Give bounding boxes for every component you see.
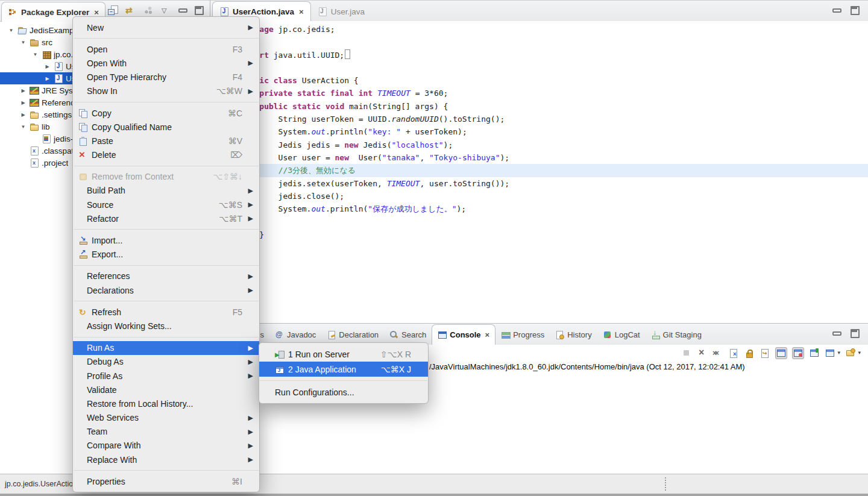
link-with-editor-icon[interactable] xyxy=(125,5,136,16)
code-line: //3分後、無効になる xyxy=(210,164,868,177)
code-line: User user = new User("tanaka", "Tokyo-sh… xyxy=(210,151,868,164)
menu-item-restore-from-local-history[interactable]: Restore from Local History... xyxy=(73,397,259,410)
tab-progress[interactable]: Progress xyxy=(495,325,550,345)
collapsed-twisty-icon[interactable]: ▶ xyxy=(43,76,51,81)
menu-item-source[interactable]: Source⌥⌘S▶ xyxy=(73,198,259,212)
menu-item-2-java-application[interactable]: 2 Java Application⌥⌘X J xyxy=(259,362,428,377)
maximize-icon[interactable] xyxy=(194,5,204,15)
code-line: } xyxy=(210,228,868,241)
menu-item-new[interactable]: New▶ xyxy=(73,20,259,34)
menu-item-import[interactable]: Import... xyxy=(73,233,259,247)
minimize-icon[interactable] xyxy=(832,328,841,338)
menu-item-compare-with[interactable]: Compare With▶ xyxy=(73,439,259,453)
menu-item-copy-qualified-name[interactable]: Copy Qualified Name xyxy=(73,120,259,134)
copy-qualified-icon xyxy=(78,122,88,132)
close-icon[interactable]: × xyxy=(485,330,490,339)
menu-item-refresh[interactable]: RefreshF5 xyxy=(73,305,259,319)
menu-item-open-with[interactable]: Open With▶ xyxy=(73,56,259,70)
menu-item-build-path[interactable]: Build Path▶ xyxy=(73,184,259,198)
maximize-icon[interactable] xyxy=(850,328,860,338)
menu-item-1-run-on-server[interactable]: 1 Run on Server⇧⌥X R xyxy=(259,347,428,362)
folder-icon xyxy=(30,122,39,131)
menu-item-debug-as[interactable]: Debug As▶ xyxy=(73,355,259,369)
remove-launch-icon[interactable] xyxy=(697,348,708,359)
clear-console-icon[interactable] xyxy=(728,348,739,359)
view-menu-icon[interactable] xyxy=(160,5,171,16)
scroll-lock-icon[interactable] xyxy=(744,348,755,359)
submenu-arrow-icon: ▶ xyxy=(246,372,253,380)
console-toolbar: ▾▾ xyxy=(681,347,861,359)
menu-separator xyxy=(74,166,259,166)
java-app-icon xyxy=(275,365,285,374)
menu-item-open-type-hierarchy[interactable]: Open Type HierarchyF4 xyxy=(73,71,259,84)
tab-git-staging[interactable]: Git Staging xyxy=(646,325,707,345)
tab-history[interactable]: History xyxy=(550,325,597,345)
menu-item-delete[interactable]: Delete⌦ xyxy=(73,148,259,162)
delete-icon xyxy=(78,150,88,160)
menu-item-run-as[interactable]: Run As▶ xyxy=(73,341,259,355)
menu-separator xyxy=(74,38,259,39)
show-on-output-icon[interactable] xyxy=(775,347,787,359)
menu-item-copy[interactable]: Copy⌘C xyxy=(73,106,259,120)
package-explorer-icon xyxy=(8,7,17,17)
menu-item-paste[interactable]: Paste⌘V xyxy=(73,134,259,148)
expanded-twisty-icon[interactable]: ▼ xyxy=(7,28,15,33)
menu-item-show-in[interactable]: Show In⌥⌘W▶ xyxy=(73,84,259,98)
menu-item-team[interactable]: Team▶ xyxy=(73,425,259,439)
menu-item-replace-with[interactable]: Replace With▶ xyxy=(73,453,259,466)
menu-item-profile-as[interactable]: Profile As▶ xyxy=(73,369,259,383)
console-window-controls xyxy=(832,328,860,338)
menu-item-run-configurations[interactable]: Run Configurations... xyxy=(259,385,428,400)
console-tab-label: LogCat xyxy=(615,330,640,339)
menu-item-shortcut: ⌘V xyxy=(228,136,242,146)
expanded-twisty-icon[interactable]: ▼ xyxy=(19,124,27,130)
collapse-all-icon[interactable] xyxy=(108,5,119,16)
folder-icon xyxy=(30,110,39,119)
tab-logcat[interactable]: LogCat xyxy=(597,325,646,345)
menu-item-properties[interactable]: Properties⌘I xyxy=(73,474,259,488)
terminate-icon[interactable] xyxy=(681,348,692,359)
editor-tabstrip: UserAction.java×User.java xyxy=(210,1,868,22)
menu-item-remove-from-context[interactable]: Remove from Context⌥⇧⌘↓ xyxy=(73,170,259,184)
menu-item-label: Export... xyxy=(92,250,234,259)
close-icon[interactable]: × xyxy=(94,8,99,17)
menu-item-label: Debug As xyxy=(87,357,234,366)
minimize-icon[interactable] xyxy=(832,5,841,15)
menu-separator xyxy=(260,380,427,381)
menu-item-shortcut: F3 xyxy=(233,45,242,54)
menu-item-open[interactable]: OpenF3 xyxy=(73,42,259,56)
tab-console[interactable]: Console× xyxy=(432,324,495,345)
menu-separator xyxy=(74,265,259,266)
pin-console-icon[interactable] xyxy=(809,348,820,359)
code-editor[interactable]: package jp.co.jedis;import java.util.UUI… xyxy=(210,21,868,324)
menu-item-web-services[interactable]: Web Services▶ xyxy=(73,411,259,425)
paste-icon xyxy=(78,136,88,146)
collapsed-twisty-icon[interactable]: ▶ xyxy=(19,88,27,93)
menu-item-export[interactable]: Export... xyxy=(73,248,259,262)
editor-tab-label: User.java xyxy=(331,7,365,16)
minimize-icon[interactable] xyxy=(178,5,187,15)
close-icon[interactable]: × xyxy=(299,7,304,16)
display-selected-console-icon[interactable]: ▾ xyxy=(825,348,835,359)
remove-all-terminated-icon[interactable] xyxy=(712,348,723,359)
statusbar-splitter-handle[interactable] xyxy=(665,477,666,491)
collapsed-twisty-icon[interactable]: ▶ xyxy=(19,100,27,105)
show-on-error-icon[interactable] xyxy=(792,347,804,359)
remove-context-icon xyxy=(78,172,88,181)
focus-on-active-task-icon[interactable] xyxy=(143,5,154,16)
maximize-icon[interactable] xyxy=(850,5,860,15)
menu-item-references[interactable]: References▶ xyxy=(73,269,259,283)
menu-item-label: Refresh xyxy=(92,307,224,317)
word-wrap-icon[interactable] xyxy=(760,348,770,359)
code-line: private static final int TIMEOUT = 3*60; xyxy=(210,87,868,99)
collapsed-twisty-icon[interactable]: ▶ xyxy=(19,112,27,118)
expanded-twisty-icon[interactable]: ▼ xyxy=(31,52,39,57)
menu-item-refactor[interactable]: Refactor⌥⌘T▶ xyxy=(73,212,259,225)
tab-user-java[interactable]: User.java xyxy=(311,2,371,21)
open-console-icon[interactable]: ▾ xyxy=(845,348,856,359)
menu-item-assign-working-sets[interactable]: Assign Working Sets... xyxy=(73,319,259,333)
menu-item-declarations[interactable]: Declarations▶ xyxy=(73,283,259,297)
collapsed-twisty-icon[interactable]: ▶ xyxy=(43,64,51,69)
expanded-twisty-icon[interactable]: ▼ xyxy=(19,40,27,45)
menu-item-validate[interactable]: Validate xyxy=(73,383,259,397)
